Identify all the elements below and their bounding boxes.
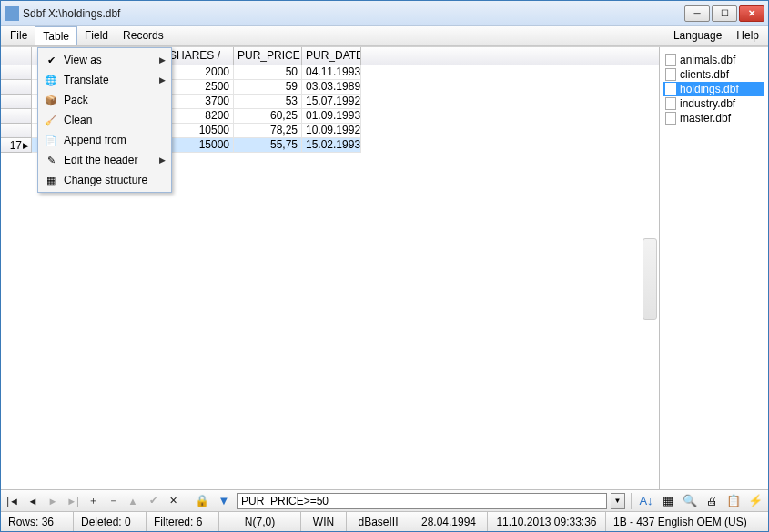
col-shares[interactable]: SHARES /	[166, 47, 234, 65]
cell-pur-date[interactable]: 15.07.1992	[302, 95, 361, 109]
minimize-button[interactable]: ─	[684, 5, 710, 22]
col-pur-date[interactable]: PUR_DATE	[302, 47, 361, 65]
menu-view-as-label: View as	[64, 54, 153, 66]
nav-post-button[interactable]: ✔	[145, 493, 161, 509]
nav-prev-button[interactable]: ◄	[25, 493, 41, 509]
cell-pur-date[interactable]: 03.03.1989	[302, 80, 361, 95]
print-button[interactable]: 🖨	[703, 492, 721, 510]
submenu-arrow-icon: ▶	[158, 156, 166, 165]
execute-button[interactable]: ⚡	[746, 492, 764, 510]
cell-pur-price[interactable]: 50	[234, 65, 302, 80]
file-list-item[interactable]: clients.dbf	[663, 67, 764, 82]
row-indicator	[1, 80, 32, 95]
menu-table[interactable]: Table	[35, 26, 77, 45]
menu-edit-header[interactable]: ✎ Edit the header ▶	[40, 150, 169, 170]
menu-change-structure[interactable]: ▦ Change structure	[40, 170, 169, 190]
file-icon	[665, 68, 676, 81]
nav-edit-button[interactable]: ▲	[125, 493, 141, 509]
menu-help[interactable]: Help	[729, 26, 766, 45]
menu-edit-header-label: Edit the header	[64, 154, 153, 166]
append-icon: 📄	[44, 133, 58, 147]
cell-shares[interactable]: 15000	[166, 138, 234, 153]
cell-shares[interactable]: 2500	[166, 80, 234, 95]
status-filtered: Filtered: 6	[147, 512, 219, 531]
export-button[interactable]: 📋	[724, 492, 743, 510]
file-list-item[interactable]: industry.dbf	[663, 96, 764, 111]
menu-clean[interactable]: 🧹 Clean	[40, 110, 169, 130]
menu-language[interactable]: Language	[666, 26, 729, 45]
file-icon	[665, 54, 676, 66]
menu-view-as[interactable]: ✔ View as ▶	[40, 50, 169, 70]
search-button[interactable]: 🔒	[193, 492, 211, 510]
file-list-item[interactable]: animals.dbf	[663, 53, 764, 67]
clean-icon: 🧹	[44, 113, 58, 127]
status-codepage: 1B - 437 English OEM (US)	[606, 512, 768, 531]
status-bar: Rows: 36 Deleted: 0 Filtered: 6 N(7,0) W…	[1, 511, 768, 531]
filter-button[interactable]: ▼	[215, 492, 233, 510]
cell-pur-date[interactable]: 04.11.1993	[302, 65, 361, 80]
table-menu-dropdown: ✔ View as ▶ 🌐 Translate ▶ 📦 Pack 🧹 Clean	[37, 47, 172, 193]
maximize-button[interactable]: ☐	[712, 5, 737, 22]
cell-pur-date[interactable]: 15.02.1993	[302, 138, 361, 153]
status-timestamp: 11.10.2013 09:33:36	[488, 512, 606, 531]
status-fieldtype: N(7,0)	[219, 512, 301, 531]
menu-translate[interactable]: 🌐 Translate ▶	[40, 70, 169, 90]
cell-pur-price[interactable]: 53	[234, 95, 302, 109]
sort-button[interactable]: A↓	[637, 492, 655, 510]
cell-shares[interactable]: 2000	[166, 65, 234, 80]
status-dbtype: dBaseIII	[347, 512, 410, 531]
vertical-scrollbar[interactable]	[643, 238, 657, 320]
cell-shares[interactable]: 3700	[166, 95, 234, 109]
status-rows: Rows: 36	[1, 512, 74, 531]
view-as-icon: ✔	[44, 53, 58, 67]
nav-delete-button[interactable]: －	[105, 493, 121, 509]
menu-records[interactable]: Records	[116, 26, 171, 45]
translate-icon: 🌐	[44, 73, 58, 87]
edit-header-icon: ✎	[44, 153, 58, 167]
structure-icon: ▦	[44, 173, 58, 187]
find-button[interactable]: 🔍	[681, 492, 699, 510]
file-name-label: holdings.dbf	[680, 83, 739, 95]
menu-translate-label: Translate	[64, 74, 153, 86]
nav-add-button[interactable]: ＋	[85, 493, 101, 509]
pack-icon: 📦	[44, 93, 58, 107]
filter-dropdown-button[interactable]: ▼	[611, 493, 625, 509]
filter-input[interactable]	[237, 493, 607, 509]
nav-cancel-button[interactable]: ✕	[165, 493, 181, 509]
cell-pur-price[interactable]: 60,25	[234, 109, 302, 124]
nav-next-button[interactable]: ►	[45, 493, 61, 509]
status-deleted: Deleted: 0	[74, 512, 147, 531]
menu-pack[interactable]: 📦 Pack	[40, 90, 169, 110]
file-icon	[665, 97, 676, 110]
menu-append-from[interactable]: 📄 Append from	[40, 130, 169, 150]
rownum-header[interactable]	[1, 47, 32, 65]
cell-pur-price[interactable]: 59	[234, 80, 302, 95]
app-icon	[5, 6, 19, 21]
menu-field[interactable]: Field	[77, 26, 116, 45]
row-indicator: 17▶	[1, 138, 32, 153]
file-icon	[665, 83, 676, 95]
status-os: WIN	[301, 512, 347, 531]
file-list-item[interactable]: master.dbf	[663, 111, 764, 125]
cell-pur-price[interactable]: 55,75	[234, 138, 302, 153]
menu-clean-label: Clean	[64, 114, 166, 126]
cell-pur-price[interactable]: 78,25	[234, 124, 302, 138]
nav-first-button[interactable]: |◄	[5, 493, 21, 509]
content-area: SHARES / PUR_PRICE PUR_DATE 20005004.11.…	[1, 46, 768, 489]
columns-button[interactable]: ▦	[659, 492, 677, 510]
file-name-label: animals.dbf	[680, 54, 735, 66]
cell-pur-date[interactable]: 10.09.1992	[302, 124, 361, 138]
col-pur-price[interactable]: PUR_PRICE	[234, 47, 302, 65]
close-button[interactable]: ✕	[739, 5, 764, 22]
file-name-label: industry.dbf	[680, 97, 735, 110]
cell-shares[interactable]: 8200	[166, 109, 234, 124]
cell-pur-date[interactable]: 01.09.1993	[302, 109, 361, 124]
data-grid[interactable]: SHARES / PUR_PRICE PUR_DATE 20005004.11.…	[1, 47, 659, 489]
submenu-arrow-icon: ▶	[158, 75, 166, 85]
cell-shares[interactable]: 10500	[166, 124, 234, 138]
file-list-item[interactable]: holdings.dbf	[663, 82, 764, 96]
row-indicator	[1, 124, 32, 138]
menu-file[interactable]: File	[3, 26, 35, 45]
title-bar: Sdbf X:\holdings.dbf ─ ☐ ✕	[1, 1, 768, 26]
nav-last-button[interactable]: ►|	[65, 493, 81, 509]
